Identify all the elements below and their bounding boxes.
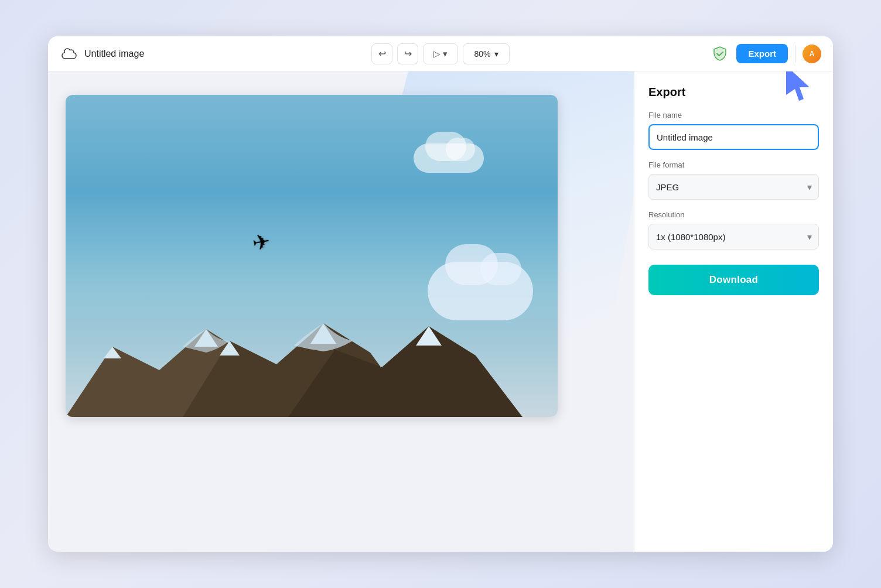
file-name-label: File name <box>648 111 819 119</box>
cloud-small <box>414 143 484 173</box>
header: Untitled image ↩ ↪ ▷ ▾ 80% ▾ <box>48 36 833 71</box>
app-container: Untitled image ↩ ↪ ▷ ▾ 80% ▾ <box>48 36 833 552</box>
undo-button[interactable]: ↩ <box>371 43 392 64</box>
download-button[interactable]: Download <box>648 265 819 295</box>
file-format-wrapper: JPEG PNG WebP SVG ▾ <box>648 174 819 200</box>
shield-icon <box>711 45 729 63</box>
zoom-control[interactable]: 80% ▾ <box>463 43 510 64</box>
play-chevron-icon: ▾ <box>443 49 448 59</box>
file-format-select[interactable]: JPEG PNG WebP SVG <box>648 174 819 200</box>
redo-icon: ↪ <box>404 48 412 59</box>
zoom-chevron-icon: ▾ <box>494 49 498 59</box>
document-title: Untitled image <box>84 49 144 59</box>
scene: ✈ <box>66 95 558 417</box>
toolbar-center: ↩ ↪ ▷ ▾ 80% ▾ <box>371 43 510 64</box>
image-frame: ✈ <box>66 95 558 417</box>
zoom-value: 80% <box>474 49 490 59</box>
undo-icon: ↩ <box>378 48 386 59</box>
avatar-initials: A <box>810 50 815 58</box>
header-right: Export A <box>711 44 821 63</box>
header-divider <box>795 46 795 62</box>
file-format-label: File format <box>648 160 819 169</box>
redo-button[interactable]: ↪ <box>397 43 418 64</box>
airplane-icon: ✈ <box>251 229 272 257</box>
play-button[interactable]: ▷ ▾ <box>423 43 458 64</box>
file-name-input[interactable] <box>648 124 819 150</box>
export-panel: Export File name File format JPEG PNG We… <box>634 71 833 552</box>
export-button[interactable]: Export <box>736 44 788 63</box>
resolution-wrapper: 1x (1080*1080px) 2x (2160*2160px) 0.5x (… <box>648 224 819 249</box>
play-icon: ▷ <box>433 49 440 59</box>
canvas-area: ✈ <box>48 71 634 552</box>
cloud-icon <box>60 45 78 63</box>
mountains <box>66 312 558 417</box>
main-content: ✈ <box>48 71 833 552</box>
avatar[interactable]: A <box>803 45 821 63</box>
resolution-label: Resolution <box>648 210 819 219</box>
resolution-select[interactable]: 1x (1080*1080px) 2x (2160*2160px) 0.5x (… <box>648 224 819 249</box>
